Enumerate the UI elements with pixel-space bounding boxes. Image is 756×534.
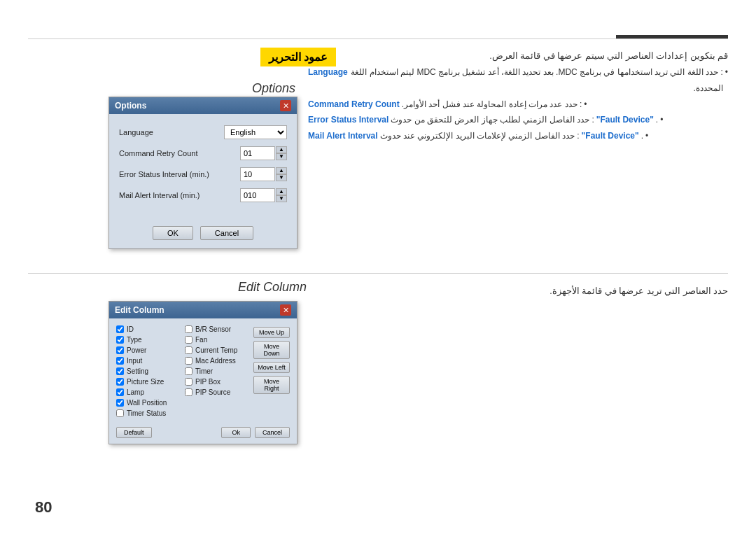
label-fault1: "Fault Device" (596, 112, 654, 128)
label-error-status: Error Status Interval (308, 112, 388, 128)
cb-timer-status-input[interactable] (116, 409, 124, 417)
label-fault2: "Fault Device" (582, 128, 639, 144)
editcol-ok-cancel: Ok Cancel (221, 427, 290, 438)
bullet-mail-alert: • . "Fault Device" : حدد الفاصل الزمني ل… (308, 128, 728, 144)
dialog-error-status-row: Error Status Interval (min.) ▲ ▼ (119, 167, 287, 181)
cb-lamp-input[interactable] (116, 388, 124, 396)
edit-column-desc: حدد العناصر التي تريد عرضها في قائمة الأ… (315, 286, 728, 296)
cb-timer-status: Timer Status (116, 409, 178, 417)
bullet-fault1: . (656, 112, 658, 128)
error-status-input[interactable] (240, 167, 275, 181)
cb-current-temp-label: Current Temp (195, 346, 237, 354)
cb-mac-address-input[interactable] (185, 357, 192, 365)
editcol-titlebar: Edit Column ✕ (109, 302, 297, 318)
cb-pip-source: PIP Source (185, 388, 246, 396)
cb-current-temp-input[interactable] (185, 346, 192, 354)
move-right-button[interactable]: Move Right (253, 376, 290, 394)
cb-lamp-label: Lamp (127, 388, 144, 396)
command-retry-spinners: ▲ ▼ (276, 146, 287, 160)
arabic-intro-text: قم بتكوين إعدادات العناصر التي سيتم عرضه… (322, 50, 728, 61)
error-status-up[interactable]: ▲ (276, 167, 287, 174)
cb-wall-position-label: Wall Position (127, 399, 167, 407)
cb-timer-status-label: Timer Status (127, 409, 166, 417)
options-ok-button[interactable]: OK (153, 226, 193, 240)
cb-id: ID (116, 325, 178, 333)
cb-br-sensor: B/R Sensor (185, 325, 246, 333)
bullet-language-text: : حدد اللغة التي تريد استخدامها في برنام… (350, 64, 723, 97)
cb-mac-address-label: Mac Address (195, 357, 236, 365)
dialog-error-status-label: Error Status Interval (min.) (119, 170, 209, 178)
cb-timer-label: Timer (195, 367, 213, 375)
editcol-left-col: ID Type Power Input Setting Picture Size… (116, 325, 178, 420)
cb-current-temp: Current Temp (185, 346, 246, 354)
dialog-mail-alert-label: Mail Alert Interval (min.) (119, 191, 200, 199)
cb-fan-label: Fan (195, 336, 207, 344)
editcol-close[interactable]: ✕ (280, 304, 291, 316)
language-select[interactable]: English (224, 125, 287, 139)
cb-picture-size-input[interactable] (116, 378, 124, 386)
command-retry-down[interactable]: ▼ (276, 153, 287, 160)
cb-setting-input[interactable] (116, 367, 124, 375)
cb-input-label: Input (127, 357, 142, 365)
dialog-language-label: Language (119, 128, 153, 136)
cb-id-input[interactable] (116, 325, 124, 333)
options-dialog-titlebar: Options ✕ (109, 97, 297, 114)
editcol-cancel-button[interactable]: Cancel (255, 427, 290, 438)
options-cancel-button[interactable]: Cancel (200, 226, 253, 240)
cb-type-label: Type (127, 336, 142, 344)
move-down-button[interactable]: Move Down (253, 341, 290, 359)
editcol-side-buttons: Move Up Move Down Move Left Move Right (253, 325, 290, 420)
editcol-default-button[interactable]: Default (116, 427, 152, 438)
cb-type: Type (116, 336, 178, 344)
dialog-mail-alert-group: ▲ ▼ (240, 188, 287, 202)
bullet-dot4: • (645, 128, 648, 144)
cb-pip-box-input[interactable] (185, 378, 192, 386)
cb-type-input[interactable] (116, 336, 124, 344)
page-number: 80 (35, 498, 52, 517)
editcol-title: Edit Column (115, 305, 164, 315)
cb-power: Power (116, 346, 178, 354)
cb-picture-size-label: Picture Size (127, 378, 164, 386)
cb-power-label: Power (127, 346, 146, 354)
cb-br-sensor-input[interactable] (185, 325, 192, 333)
cb-setting: Setting (116, 367, 178, 375)
cb-input: Input (116, 357, 178, 365)
cb-lamp: Lamp (116, 388, 178, 396)
cb-input-input[interactable] (116, 357, 124, 365)
editcol-ok-button[interactable]: Ok (221, 427, 251, 438)
bullet-error-text: : حدد الفاصل الزمني لطلب جهاز العرض للتح… (391, 112, 594, 128)
cb-wall-position-input[interactable] (116, 399, 124, 407)
move-up-button[interactable]: Move Up (253, 327, 290, 338)
mail-alert-up[interactable]: ▲ (276, 188, 287, 195)
mail-alert-spinners: ▲ ▼ (276, 188, 287, 202)
cb-picture-size: Picture Size (116, 378, 178, 386)
bullet-dot: • (725, 64, 728, 80)
bullet-command-text: : حدد عدد مرات إعادة المحاولة عند فشل أح… (402, 97, 582, 113)
cb-fan: Fan (185, 336, 246, 344)
cb-pip-source-input[interactable] (185, 388, 192, 396)
editcol-right-col: B/R Sensor Fan Current Temp Mac Address … (185, 325, 246, 420)
options-dialog-footer: OK Cancel (109, 220, 297, 248)
command-retry-up[interactable]: ▲ (276, 146, 287, 153)
page-container: عمود التحرير قم بتكوين إعدادات العناصر ا… (0, 0, 756, 534)
dialog-command-retry-row: Command Retry Count ▲ ▼ (119, 146, 287, 160)
cb-id-label: ID (127, 325, 134, 333)
cb-timer-input[interactable] (185, 367, 192, 375)
command-retry-input[interactable] (240, 146, 275, 160)
options-dialog-close[interactable]: ✕ (280, 100, 291, 111)
error-status-down[interactable]: ▼ (276, 174, 287, 181)
label-mail-alert: Mail Alert Interval (308, 128, 378, 144)
dialog-mail-alert-row: Mail Alert Interval (min.) ▲ ▼ (119, 188, 287, 202)
cb-fan-input[interactable] (185, 336, 192, 344)
edit-column-section-label: Edit Column (238, 280, 307, 295)
move-left-button[interactable]: Move Left (253, 362, 290, 373)
error-status-spinners: ▲ ▼ (276, 167, 287, 181)
bullet-dot3: • (660, 112, 663, 128)
mail-alert-input[interactable] (240, 188, 275, 202)
mail-alert-down[interactable]: ▼ (276, 195, 287, 202)
dialog-error-status-group: ▲ ▼ (240, 167, 287, 181)
bullet-error-status: • . "Fault Device" : حدد الفاصل الزمني ل… (308, 112, 728, 128)
cb-power-input[interactable] (116, 346, 124, 354)
dialog-command-retry-group: ▲ ▼ (240, 146, 287, 160)
options-dialog: Options ✕ Language English Command Retry… (108, 97, 298, 249)
